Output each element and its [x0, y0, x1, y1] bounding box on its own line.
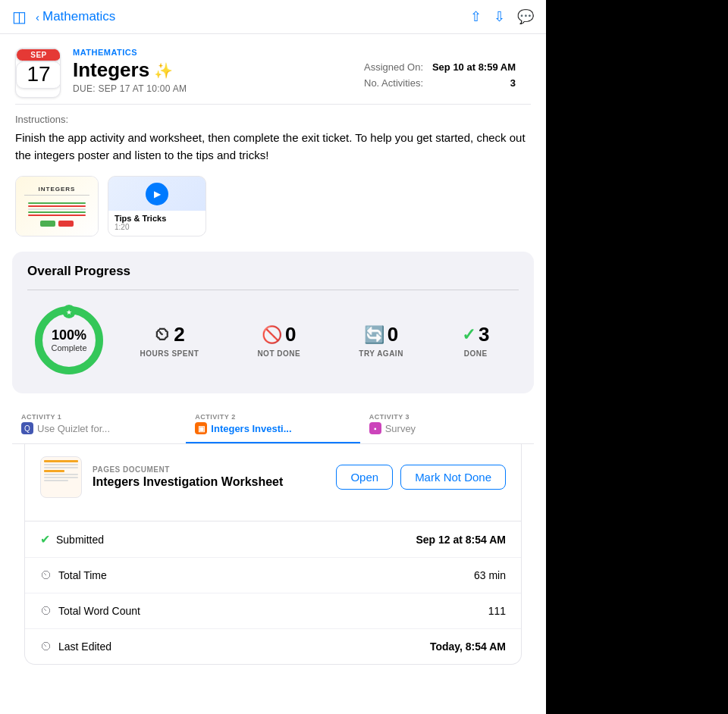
nav-up-button[interactable]: ⇧: [470, 8, 482, 25]
activity-tabs: ACTIVITY 1 Q Use Quizlet for... ACTIVITY…: [12, 406, 534, 444]
assignment-header: SEP 17 MATHEMATICS Integers ✨ DUE: SEP 1…: [0, 34, 546, 104]
video-title: Tips & Tricks: [115, 214, 199, 223]
not-done-value: 0: [285, 323, 296, 346]
calendar-badge: SEP 17: [15, 48, 61, 98]
total-time-left: ⏲ Total Time: [40, 568, 107, 582]
doc-actions: Open Mark Not Done: [336, 465, 506, 490]
assignment-info: MATHEMATICS Integers ✨ DUE: SEP 17 AT 10…: [73, 48, 352, 98]
total-time-label: Total Time: [58, 569, 107, 581]
pages-icon: ▣: [195, 422, 207, 434]
tab3-num: ACTIVITY 3: [369, 413, 525, 421]
done-label: DONE: [464, 349, 488, 358]
progress-section: Overall Progress ★ 100% Complete: [12, 252, 534, 393]
done-top: ✓ 3: [462, 323, 489, 346]
poster-title: INTEGERS: [39, 186, 76, 193]
no-activities-label: No. Activities:: [364, 77, 423, 89]
instructions-label: Instructions:: [15, 114, 531, 125]
done-stat: ✓ 3 DONE: [462, 323, 489, 358]
attachments-section: INTEGERS: [0, 176, 546, 252]
quizlet-icon: Q: [21, 422, 33, 434]
activity-doc: PAGES DOCUMENT Integers Investigation Wo…: [40, 456, 506, 498]
not-done-top: 🚫 0: [262, 323, 296, 346]
assigned-on-label: Assigned On:: [364, 61, 423, 73]
last-edited-icon: ⏲: [40, 640, 52, 653]
not-done-icon: 🚫: [262, 325, 282, 345]
submission-details: ✔ Submitted Sep 12 at 8:54 AM ⏲ Total Ti…: [24, 521, 522, 665]
clock-icon: ⏲: [154, 325, 171, 345]
sparkle-icon: ✨: [154, 61, 173, 80]
stats-grid: ⏲ 2 HOURS SPENT 🚫 0 NOT DONE: [111, 323, 519, 358]
word-count-icon: ⏲: [40, 604, 52, 618]
no-activities-row: No. Activities: 3: [364, 77, 516, 89]
assigned-on-value: Sep 10 at 8:59 AM: [432, 61, 516, 73]
activity-content: PAGES DOCUMENT Integers Investigation Wo…: [24, 444, 522, 521]
doc-info: PAGES DOCUMENT Integers Investigation Wo…: [93, 465, 325, 489]
mark-not-done-button[interactable]: Mark Not Done: [400, 465, 506, 490]
submitted-label: Submitted: [56, 534, 104, 546]
total-time-value: 63 min: [474, 569, 506, 581]
try-again-top: 🔄 0: [364, 323, 398, 346]
nav-down-button[interactable]: ⇩: [494, 8, 505, 25]
not-done-label: NOT DONE: [257, 349, 300, 358]
subject-label: MATHEMATICS: [73, 48, 352, 57]
tab-activity-3[interactable]: ACTIVITY 3 ▪ Survey: [360, 406, 534, 443]
submitted-icon: ✔: [40, 532, 50, 546]
hours-stat: ⏲ 2 HOURS SPENT: [140, 323, 199, 358]
assigned-on-row: Assigned On: Sep 10 at 8:59 AM: [364, 61, 516, 73]
last-edited-row: ⏲ Last Edited Today, 8:54 AM: [25, 629, 521, 664]
tab3-name: ▪ Survey: [369, 422, 525, 434]
submitted-left: ✔ Submitted: [40, 532, 104, 546]
tab2-num: ACTIVITY 2: [195, 413, 350, 421]
calendar-day: 17: [16, 61, 61, 89]
calendar-month: SEP: [16, 49, 61, 61]
donut-label: Complete: [51, 343, 86, 352]
sidebar-icon[interactable]: ◫: [12, 8, 27, 26]
time-icon: ⏲: [40, 568, 52, 582]
instructions-text: Finish the app activity and worksheet, t…: [15, 130, 531, 164]
doc-thumbnail: [40, 456, 82, 498]
not-done-stat: 🚫 0 NOT DONE: [257, 323, 300, 358]
hours-label: HOURS SPENT: [140, 349, 199, 358]
try-again-label: TRY AGAIN: [359, 349, 403, 358]
total-time-row: ⏲ Total Time 63 min: [25, 558, 521, 593]
word-count-row: ⏲ Total Word Count 111: [25, 593, 521, 629]
no-activities-value: 3: [510, 77, 516, 89]
submitted-row: ✔ Submitted Sep 12 at 8:54 AM: [25, 521, 521, 558]
back-label: Mathematics: [42, 9, 115, 24]
instructions-section: Instructions: Finish the app activity an…: [0, 105, 546, 176]
nav-bar: ◫ ‹ Mathematics ⇧ ⇩ 💬: [0, 0, 546, 34]
hours-top: ⏲ 2: [154, 323, 184, 346]
video-info: Tips & Tricks 1:20: [108, 211, 206, 236]
right-panel: [546, 0, 728, 714]
last-edited-left: ⏲ Last Edited: [40, 640, 111, 653]
progress-stats: ★ 100% Complete ⏲ 2 HOURS SPENT: [27, 302, 519, 378]
word-count-label: Total Word Count: [58, 605, 140, 617]
video-attachment[interactable]: ▶ Tips & Tricks 1:20: [108, 176, 206, 236]
done-value: 3: [479, 323, 489, 346]
nav-actions: ⇧ ⇩ 💬: [470, 8, 534, 25]
video-preview: ▶: [108, 177, 206, 211]
doc-name: Integers Investigation Worksheet: [93, 475, 325, 489]
poster-thumbnail-image: INTEGERS: [16, 177, 98, 236]
tab-activity-2[interactable]: ACTIVITY 2 ▣ Integers Investi...: [186, 406, 359, 443]
donut-percentage: 100%: [51, 328, 86, 343]
progress-title: Overall Progress: [27, 264, 519, 279]
tab1-name: Q Use Quizlet for...: [21, 422, 177, 434]
comment-button[interactable]: 💬: [517, 8, 534, 25]
poster-attachment[interactable]: INTEGERS: [15, 176, 99, 236]
done-icon: ✓: [462, 325, 475, 345]
donut-center: 100% Complete: [51, 328, 86, 352]
word-count-value: 111: [488, 605, 506, 617]
back-button[interactable]: ‹ Mathematics: [36, 9, 115, 24]
video-duration: 1:20: [115, 223, 199, 231]
tab-activity-1[interactable]: ACTIVITY 1 Q Use Quizlet for...: [12, 406, 186, 443]
open-button[interactable]: Open: [336, 465, 393, 490]
assignment-meta: Assigned On: Sep 10 at 8:59 AM No. Activ…: [364, 48, 531, 98]
last-edited-value: Today, 8:54 AM: [430, 640, 506, 653]
assignment-title: Integers ✨: [73, 58, 352, 82]
try-again-stat: 🔄 0 TRY AGAIN: [359, 323, 403, 358]
word-count-left: ⏲ Total Word Count: [40, 604, 140, 618]
due-date: DUE: SEP 17 AT 10:00 AM: [73, 83, 352, 94]
donut-chart: ★ 100% Complete: [27, 302, 111, 378]
try-again-value: 0: [388, 323, 398, 346]
